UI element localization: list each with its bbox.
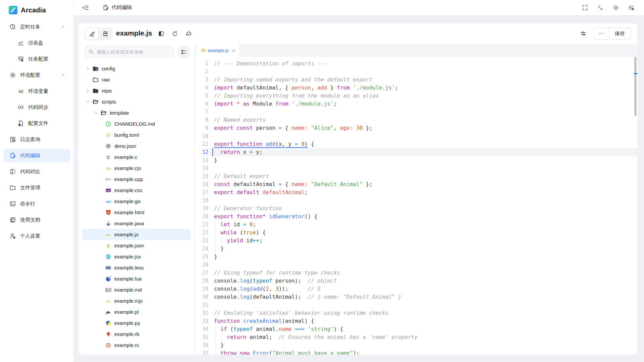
- code-line-25: 25}: [195, 253, 638, 261]
- code-line-2: 2: [195, 68, 638, 76]
- sidebar-item-文件管理[interactable]: 文件管理: [3, 181, 70, 194]
- tree-node-example.js[interactable]: JSexample.js: [82, 229, 191, 240]
- sidebar-item-仪表盘[interactable]: 仪表盘: [3, 36, 70, 50]
- tree-node-config[interactable]: config: [82, 63, 191, 74]
- refresh-icon[interactable]: [172, 31, 178, 37]
- less-icon: LESS: [105, 264, 112, 271]
- tree-node-template[interactable]: template: [82, 107, 191, 118]
- tree-node-example.java[interactable]: example.java: [82, 218, 191, 229]
- tree-node-example.py[interactable]: example.py: [82, 317, 191, 328]
- sidebar-item-日志查询[interactable]: 日志查询: [3, 133, 70, 146]
- tree-node-example.cjs[interactable]: JSexample.cjs: [82, 163, 191, 174]
- line-text: console.log(defaultAnimal); // { name: "…: [214, 294, 401, 300]
- chevron-down-icon[interactable]: [94, 111, 98, 115]
- dashboard-trend-icon: [17, 40, 24, 46]
- sidebar-item-定时任务[interactable]: 定时任务: [3, 20, 70, 34]
- lua-icon: [105, 276, 112, 282]
- chevron-down-icon[interactable]: [86, 100, 90, 104]
- line-number: 6: [195, 100, 208, 108]
- sidebar-item-代码编辑[interactable]: 代码编辑: [3, 149, 70, 162]
- tree-node-bunfig.toml[interactable]: bunfig.toml: [82, 129, 191, 140]
- tree-node-label: config: [102, 66, 115, 71]
- tree-node-label: scripts: [102, 99, 116, 105]
- sidebar-item-代码同步[interactable]: 代码同步: [3, 101, 70, 114]
- sidebar-item-label: 代码同步: [28, 104, 48, 111]
- sidebar-item-环境配置[interactable]: 环境配置: [3, 68, 70, 82]
- tree-node-example.json[interactable]: {}example.json: [82, 240, 191, 251]
- editor-card: example.js ··· 保存: [78, 23, 638, 355]
- sidebar-item-环境变量[interactable]: (x)环境变量: [3, 84, 70, 98]
- save-button[interactable]: 保存: [609, 28, 631, 39]
- checklist-icon: [181, 49, 187, 55]
- tree-node-example.rs[interactable]: example.rs: [82, 340, 191, 351]
- collapse-sidebar-icon[interactable]: [82, 4, 89, 11]
- sidebar-item-代码对比[interactable]: 代码对比: [3, 165, 70, 178]
- tree-node-example.css[interactable]: CSSexample.css: [82, 185, 191, 196]
- translate-icon[interactable]: 文A: [597, 4, 604, 11]
- tree-node-example.cpp[interactable]: C++example.cpp: [82, 174, 191, 185]
- sliders-icon[interactable]: [580, 30, 587, 37]
- tree-node-example.lua[interactable]: example.lua: [82, 273, 191, 284]
- theme-light-icon[interactable]: [612, 4, 619, 11]
- sidebar-item-使用文档[interactable]: 使用文档: [3, 213, 70, 227]
- tree-node-example.pl[interactable]: example.pl: [82, 306, 191, 317]
- clock-icon: [9, 23, 16, 30]
- tree-node-example.rb[interactable]: example.rb: [82, 328, 191, 340]
- tab-close-icon[interactable]: ×: [232, 48, 235, 53]
- sidebar-item-命令行[interactable]: 命令行: [3, 197, 70, 210]
- sidebar-item-label: 个人设置: [20, 233, 40, 239]
- tree-node-example.go[interactable]: GOexample.go: [82, 196, 191, 207]
- code-line-6: 6import * as Module from './module.js';: [195, 100, 638, 108]
- tree-node-label: example.less: [114, 265, 144, 270]
- split-panel-icon[interactable]: [158, 31, 164, 37]
- breadcrumb[interactable]: 代码编辑: [103, 4, 132, 11]
- code-line-1: 1// --- Demonstration of imports ---: [195, 60, 638, 68]
- tree-node-example.c[interactable]: Cexample.c: [82, 152, 191, 163]
- cloud-add-icon[interactable]: [185, 31, 192, 37]
- code-line-3: 3// Importing named exports and the defa…: [195, 76, 638, 84]
- go-icon: GO: [105, 198, 112, 205]
- tab-example-js[interactable]: JS example.js ×: [197, 44, 239, 57]
- line-text: let id = 0;: [214, 221, 256, 228]
- sidebar-item-label: 仪表盘: [28, 40, 43, 46]
- tree-node-raw[interactable]: raw: [82, 74, 191, 85]
- tree-node-example.jsx[interactable]: example.jsx: [82, 251, 191, 262]
- tree-node-repo[interactable]: repo: [82, 85, 191, 96]
- vertical-scrollbar[interactable]: [634, 57, 637, 116]
- tree-search-input[interactable]: [85, 46, 174, 58]
- code-line-19: 19// Generator function: [195, 204, 638, 213]
- sidebar-item-配置文件[interactable]: 配置文件: [3, 117, 70, 130]
- sidebar-item-个人设置[interactable]: 个人设置: [3, 229, 70, 243]
- sidebar-item-label: 文件管理: [20, 185, 40, 191]
- line-number: 9: [195, 124, 208, 132]
- code-line-35: 35 return animal; // Ensures the animal …: [195, 333, 638, 341]
- css-icon: CSS: [105, 187, 112, 194]
- sidebar-item-任务配置[interactable]: 任务配置: [3, 52, 70, 66]
- edit-code-mode-button[interactable]: [86, 28, 98, 40]
- tree-node-label: example.md: [114, 287, 142, 293]
- more-button[interactable]: ···: [594, 28, 609, 39]
- tree-filter-button[interactable]: [178, 46, 190, 58]
- script-run-mode-button[interactable]: [99, 28, 112, 40]
- tree-node-example.less[interactable]: LESSexample.less: [82, 262, 191, 273]
- card-toolbar: example.js ··· 保存: [78, 23, 638, 44]
- bun-icon: [105, 132, 112, 138]
- tree-node-example.mjs[interactable]: JSexample.mjs: [82, 295, 191, 306]
- fullscreen-icon[interactable]: [582, 4, 588, 11]
- chevron-right-icon[interactable]: [86, 66, 90, 71]
- tree-node-example.md[interactable]: example.md: [82, 284, 191, 295]
- tree-node-CHANGELOG.md[interactable]: CHANGELOG.md: [82, 118, 191, 129]
- code-area[interactable]: 1// --- Demonstration of imports ---23//…: [195, 57, 638, 355]
- line-text: import * as Module from './module.js';: [214, 101, 337, 107]
- code-line-30: 30console.log(defaultAnimal); // { name:…: [195, 293, 638, 301]
- tree-node-deno.json[interactable]: deno.json: [82, 140, 191, 152]
- chevron-up-icon[interactable]: [61, 24, 65, 29]
- chevron-right-icon[interactable]: [86, 88, 90, 93]
- tree-node-example.html[interactable]: 5example.html: [82, 207, 191, 218]
- list-settings-icon[interactable]: [628, 4, 635, 11]
- tree-node-label: example.py: [114, 320, 140, 326]
- chevron-up-icon[interactable]: [61, 73, 65, 77]
- code-line-13: 13}: [195, 156, 638, 164]
- config-file-icon: [17, 120, 24, 127]
- tree-node-scripts[interactable]: scripts: [82, 96, 191, 107]
